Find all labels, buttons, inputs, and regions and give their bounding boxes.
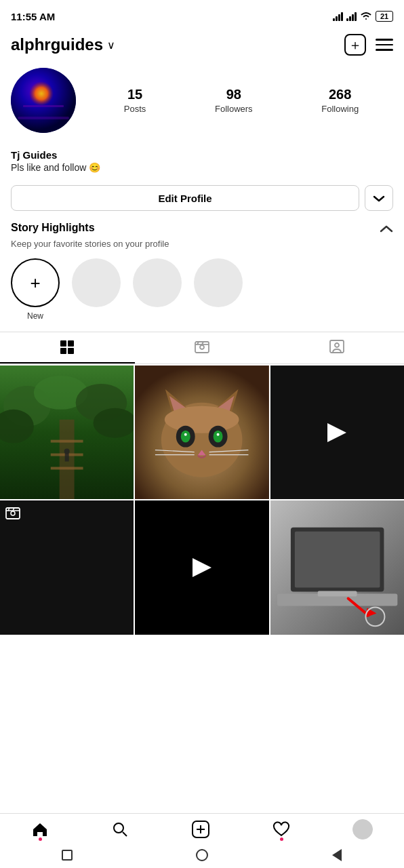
followers-label: Followers — [215, 104, 253, 114]
tab-reels[interactable] — [135, 332, 270, 363]
nav-avatar — [352, 819, 373, 840]
highlight-circle-2[interactable] — [133, 258, 182, 307]
wifi-icon — [360, 11, 372, 22]
edit-profile-button[interactable]: Edit Profile — [11, 185, 359, 211]
posts-stat[interactable]: 15 Posts — [124, 87, 146, 115]
svg-rect-13 — [330, 340, 344, 353]
highlight-circle-1[interactable] — [72, 258, 121, 307]
highlight-circle-3[interactable] — [194, 258, 243, 307]
svg-point-46 — [11, 511, 15, 515]
highlight-item-3[interactable] — [194, 258, 243, 307]
svg-point-60 — [114, 823, 123, 833]
bottom-nav — [0, 813, 404, 868]
play-icon — [327, 423, 346, 442]
grid-item-laptop[interactable] — [270, 500, 404, 634]
system-bar — [0, 844, 404, 868]
status-bar: 11:55 AM 21 — [0, 0, 404, 30]
home-button[interactable] — [195, 848, 209, 863]
following-count: 268 — [321, 87, 359, 102]
grid-item-cat[interactable] — [135, 366, 268, 499]
profile-top: 15 Posts 98 Followers 268 Following — [11, 68, 393, 133]
grid-item-forest[interactable] — [0, 366, 134, 499]
tab-tagged[interactable] — [269, 332, 404, 363]
signal-icon-1 — [333, 12, 343, 21]
svg-point-59 — [365, 608, 384, 627]
header: alphrguides ∨ ＋ — [0, 30, 404, 62]
highlights-title-group: Story Highlights — [11, 222, 95, 234]
nav-add[interactable] — [191, 820, 210, 839]
posts-count: 15 — [124, 87, 146, 102]
battery-icon: 21 — [376, 11, 393, 22]
svg-point-39 — [217, 433, 220, 436]
svg-point-38 — [184, 433, 187, 436]
username-row[interactable]: alphrguides ∨ — [11, 35, 115, 54]
photo-grid — [0, 366, 404, 635]
svg-point-36 — [181, 431, 190, 443]
username: alphrguides — [11, 35, 103, 54]
nav-search[interactable] — [111, 821, 129, 838]
tabs-row — [0, 332, 404, 364]
header-icons: ＋ — [344, 34, 393, 56]
recent-apps-button[interactable] — [60, 848, 75, 863]
svg-rect-22 — [51, 440, 83, 443]
nav-activity-dot — [280, 837, 283, 841]
svg-rect-56 — [317, 591, 357, 597]
profile-bio: Pls like and follow 😊 — [11, 162, 393, 173]
add-content-button[interactable]: ＋ — [344, 34, 366, 56]
highlights-circles: + New — [0, 256, 404, 332]
svg-rect-25 — [65, 454, 69, 462]
plus-icon: + — [30, 273, 40, 294]
nav-home-dot — [39, 837, 42, 841]
svg-rect-5 — [68, 340, 74, 347]
nav-home[interactable] — [31, 821, 49, 838]
svg-point-9 — [200, 345, 204, 349]
profile-section: 15 Posts 98 Followers 268 Following — [0, 62, 404, 149]
highlight-new[interactable]: + New — [11, 258, 60, 321]
profile-name: Tj Guides — [11, 149, 393, 161]
highlights-collapse-button[interactable] — [380, 222, 393, 237]
svg-rect-6 — [60, 348, 66, 354]
nav-activity[interactable] — [272, 821, 290, 838]
posts-label: Posts — [124, 104, 146, 114]
nav-row — [0, 814, 404, 844]
edit-profile-row: Edit Profile — [0, 178, 404, 219]
highlights-subtitle: Keep your favorite stories on your profi… — [0, 239, 404, 256]
grid-item-video[interactable] — [135, 500, 268, 634]
profile-options-button[interactable] — [365, 185, 393, 211]
svg-point-26 — [64, 449, 70, 454]
back-button[interactable] — [329, 848, 344, 863]
stats-row: 15 Posts 98 Followers 268 Following — [89, 87, 393, 115]
svg-rect-3 — [18, 117, 69, 119]
svg-rect-24 — [51, 467, 83, 469]
svg-rect-2 — [23, 105, 64, 107]
following-stat[interactable]: 268 Following — [321, 87, 359, 115]
play-icon-2 — [193, 558, 211, 577]
highlight-item-1[interactable] — [72, 258, 121, 307]
signal-icon-2 — [346, 12, 357, 21]
grid-item-dark[interactable] — [270, 366, 404, 499]
grid-item-reel[interactable] — [0, 500, 134, 634]
following-label: Following — [321, 104, 359, 114]
status-icons: 21 — [333, 11, 393, 22]
status-time: 11:55 AM — [11, 11, 55, 22]
bio-section: Tj Guides Pls like and follow 😊 — [0, 149, 404, 178]
svg-line-61 — [123, 832, 127, 836]
highlight-item-2[interactable] — [133, 258, 182, 307]
tab-grid[interactable] — [0, 332, 135, 363]
highlight-new-circle[interactable]: + — [11, 258, 60, 307]
highlights-header: Story Highlights — [0, 219, 404, 239]
highlights-title: Story Highlights — [11, 222, 95, 234]
chevron-down-icon[interactable]: ∨ — [107, 39, 115, 52]
svg-rect-7 — [68, 348, 74, 354]
svg-point-37 — [214, 431, 223, 443]
avatar[interactable] — [11, 68, 76, 133]
followers-stat[interactable]: 98 Followers — [215, 87, 253, 115]
svg-point-33 — [165, 406, 239, 433]
svg-rect-54 — [295, 532, 380, 588]
svg-rect-4 — [60, 340, 66, 347]
svg-point-14 — [335, 343, 339, 347]
menu-button[interactable] — [376, 39, 393, 51]
nav-profile[interactable] — [352, 819, 373, 840]
reel-icon — [5, 506, 20, 524]
highlight-new-label: New — [27, 311, 43, 321]
